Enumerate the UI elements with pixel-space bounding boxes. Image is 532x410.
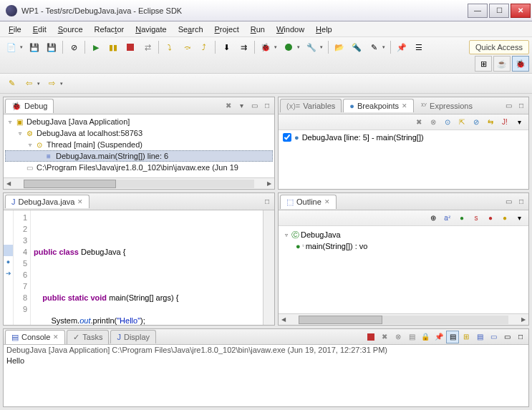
search-button[interactable]: 🔦 (349, 39, 364, 55)
console-minimize[interactable]: ▭ (500, 331, 513, 343)
open-console-button[interactable]: ▤ (473, 331, 486, 343)
tab-editor-file[interactable]: J DebugJava.java ✕ (5, 195, 90, 208)
menu-navigate[interactable]: Navigate (130, 23, 172, 36)
terminate-console-button[interactable] (364, 331, 377, 343)
save-button[interactable]: 💾 (26, 39, 42, 55)
debug-hscroll[interactable]: ◀▶ (4, 177, 274, 189)
disconnect-button[interactable]: ⇄ (140, 39, 155, 55)
minimize-button[interactable]: — (468, 4, 488, 18)
close-icon[interactable]: ✕ (402, 102, 407, 109)
menu-refactor[interactable]: Refactor (89, 23, 130, 36)
hide-nonpublic-button[interactable]: ● (484, 212, 497, 225)
code-area[interactable]: public class DebugJava { public static v… (31, 210, 263, 325)
close-button[interactable]: ✕ (511, 4, 531, 18)
hide-fields-button[interactable]: ● (455, 212, 468, 225)
menu-run[interactable]: Run (245, 23, 271, 36)
open-perspective-button[interactable]: ⊞ (475, 56, 492, 72)
outline-tree[interactable]: ▿ⒸDebugJava ●ˢmain(String[]) : vo (279, 226, 528, 313)
show-supported-button[interactable]: ⊙ (441, 116, 454, 129)
open-type-button[interactable]: 📂 (332, 39, 347, 55)
debug-view-dropdown[interactable]: ▾ (236, 100, 247, 112)
menu-help[interactable]: Help (310, 23, 338, 36)
skip-all-button[interactable]: ⊘ (470, 116, 483, 129)
outline-hscroll[interactable]: ◀▶ (279, 313, 528, 325)
drop-to-frame-button[interactable]: ⬇ (218, 39, 234, 55)
close-icon[interactable]: ✕ (53, 333, 59, 341)
tab-display[interactable]: J Display (110, 330, 156, 343)
pin-button[interactable]: 📌 (394, 39, 410, 55)
bp-row[interactable]: ● DebugJava [line: 5] - main(String[]) (280, 132, 527, 143)
editor-body[interactable]: ● ➔ 123456789 public class DebugJava { p… (4, 210, 274, 325)
tab-variables[interactable]: (x)= Variables (280, 99, 342, 112)
maximize-button[interactable]: ☐ (489, 4, 509, 18)
remove-all-bp-button[interactable]: ⊗ (427, 116, 440, 129)
close-icon[interactable]: ✕ (77, 198, 83, 205)
debug-perspective-button[interactable]: 🐞 (512, 56, 529, 72)
focus-button[interactable]: ⊕ (427, 212, 440, 225)
step-filters-button[interactable]: ⇉ (236, 39, 251, 55)
hide-static-button[interactable]: s (470, 212, 483, 225)
hide-local-button[interactable]: ● (498, 212, 511, 225)
task-button[interactable]: ☰ (411, 39, 427, 55)
new-button[interactable]: 📄 (4, 39, 19, 55)
menu-file[interactable]: File (3, 23, 27, 36)
remove-all-launch-button[interactable]: ⊗ (392, 331, 405, 343)
bp-minimize[interactable]: ▭ (503, 100, 514, 112)
display-selected-button[interactable]: ⊞ (460, 331, 473, 343)
debug-maximize[interactable]: □ (261, 100, 273, 112)
link-button[interactable]: ⇆ (484, 116, 497, 129)
goto-file-button[interactable]: ⇱ (455, 116, 468, 129)
scroll-lock-button[interactable]: 🔒 (419, 331, 432, 343)
tab-expressions[interactable]: ᵡʸ Expressions (415, 99, 478, 112)
external-tools-button[interactable]: 🔧 (304, 39, 319, 55)
add-exception-button[interactable]: J! (498, 116, 511, 129)
toggle-mark-button[interactable]: ✎ (366, 39, 382, 55)
new-console-button[interactable]: ▭ (487, 331, 500, 343)
remove-launch-button[interactable]: ✖ (378, 331, 391, 343)
back-button[interactable]: ⇦ (21, 76, 37, 92)
outline-menu[interactable]: ▾ (513, 212, 526, 225)
save-all-button[interactable]: 💾 (44, 39, 59, 55)
menu-search[interactable]: Search (173, 23, 209, 36)
menu-edit[interactable]: Edit (27, 23, 52, 36)
terminate-button[interactable] (122, 39, 138, 55)
pin-console-button[interactable]: 📌 (432, 331, 445, 343)
close-icon[interactable]: ✕ (324, 198, 330, 205)
console-maximize[interactable]: □ (514, 331, 527, 343)
tab-outline[interactable]: ⬚ Outline ✕ (280, 195, 337, 209)
outline-minimize[interactable]: ▭ (503, 196, 514, 208)
bp-maximize[interactable]: □ (516, 100, 527, 112)
menu-source[interactable]: Source (52, 23, 89, 36)
editor-vscroll[interactable] (263, 210, 274, 325)
tab-breakpoints[interactable]: ● Breakpoints ✕ (343, 99, 414, 112)
menu-project[interactable]: Project (209, 23, 245, 36)
bp-checkbox[interactable] (283, 133, 291, 142)
run-button[interactable] (281, 39, 296, 55)
tab-console[interactable]: ▤ Console ✕ (5, 330, 65, 344)
step-into-button[interactable]: ⤵ (162, 39, 178, 55)
outline-maximize[interactable]: □ (516, 196, 527, 208)
debug-view-menu[interactable]: ✖ (223, 100, 234, 112)
marker-ruler[interactable]: ● ➔ (4, 210, 14, 325)
editor-maximize[interactable]: □ (261, 196, 273, 208)
debug-button[interactable]: 🐞 (258, 39, 274, 55)
bp-view-menu[interactable]: ▾ (513, 116, 526, 129)
menu-window[interactable]: Window (271, 23, 310, 36)
step-return-button[interactable]: ⤴ (196, 39, 212, 55)
suspend-button[interactable]: ▮▮ (105, 39, 121, 55)
resume-button[interactable]: ▶ (88, 39, 104, 55)
java-perspective-button[interactable]: ☕ (493, 56, 511, 72)
forward-button[interactable]: ⇨ (44, 76, 59, 92)
remove-bp-button[interactable]: ✖ (412, 116, 425, 129)
console-output[interactable]: Hello (4, 355, 528, 406)
skip-breakpoints-button[interactable]: ⊘ (66, 39, 82, 55)
step-over-button[interactable]: ⤼ (179, 39, 195, 55)
quick-access[interactable]: Quick Access (469, 40, 529, 54)
show-console-button[interactable]: ▤ (446, 331, 459, 343)
tab-tasks[interactable]: ✓ Tasks (67, 330, 109, 344)
last-edit-button[interactable]: ✎ (4, 76, 19, 92)
clear-console-button[interactable]: ▤ (405, 331, 418, 343)
debug-tree[interactable]: ▿▣DebugJava [Java Application] ▿⚙DebugJa… (4, 114, 274, 177)
bp-list[interactable]: ● DebugJava [line: 5] - main(String[]) (279, 130, 528, 189)
tab-debug[interactable]: 🐞 Debug (5, 99, 54, 113)
